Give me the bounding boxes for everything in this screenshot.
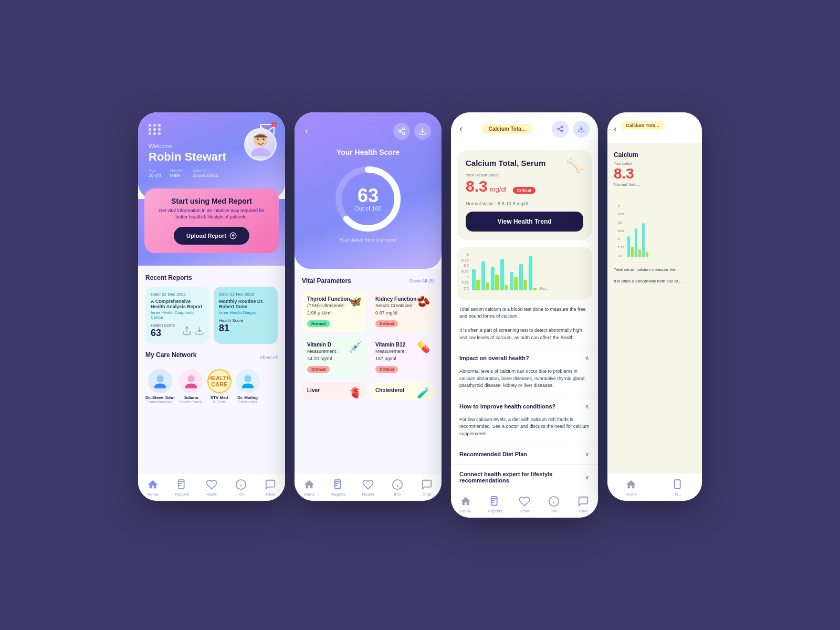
user-avatar	[244, 128, 277, 161]
nav-info-3[interactable]: Info	[539, 496, 569, 513]
p3-header: ‹ Calcium Tota...	[451, 112, 598, 143]
nav-health-3[interactable]: Health	[510, 496, 539, 513]
view-health-trend-button[interactable]: View Health Trend	[466, 212, 583, 232]
show-all-care[interactable]: Show All	[259, 355, 278, 360]
dot	[158, 128, 161, 131]
nav-home-1[interactable]: Home	[138, 479, 167, 497]
care-person-0[interactable]: Dr. Steve John Endocrinologist	[145, 369, 175, 404]
share-button-2[interactable]	[393, 123, 410, 140]
p2-header: ‹ Your Health Score 63	[295, 112, 442, 269]
svg-point-6	[156, 375, 164, 383]
share-icon[interactable]	[182, 326, 192, 335]
back-button-3[interactable]: ‹	[459, 123, 463, 134]
vital-card-kidney[interactable]: 🫘 Kidney Function Serum Creatinine : 0.6…	[370, 291, 434, 332]
care-section: My Care Network Show All Dr. Steve John …	[145, 351, 278, 404]
download-button-2[interactable]	[414, 123, 431, 140]
dot	[158, 124, 161, 127]
score-row-2: Health Score 81	[219, 318, 272, 334]
p4-chart-y: 9 8.75 8.5 8.25 8 7.75 7.5	[618, 205, 624, 257]
age-info: Age 38 yrs	[149, 168, 162, 178]
bar-teal-4	[510, 272, 513, 290]
nav-home-2[interactable]: Home	[295, 479, 324, 497]
bar-teal-2	[491, 267, 495, 290]
bar-group-4	[510, 272, 518, 290]
bar-group-1	[481, 261, 489, 290]
vitb12-status: Critical	[375, 366, 398, 373]
p4-title: Calcium	[614, 151, 696, 159]
accordion-header-impact[interactable]: Impact on overall health? ∧	[451, 348, 598, 368]
accordion-header-improve[interactable]: How to improve health conditions? ∧	[451, 396, 598, 416]
bottom-nav-2: Home Reports Health Info Chat	[295, 473, 442, 501]
nav-reports-3[interactable]: Reports	[480, 496, 510, 513]
p2-actions	[393, 123, 431, 140]
nav-chat-1[interactable]: Chat	[256, 479, 285, 497]
vital-card-thyroid[interactable]: 🦋 Thyroid Function (TSH)-Ultrasensit : 2…	[302, 291, 366, 332]
thyroid-icon: 🦋	[349, 295, 362, 308]
svg-point-26	[561, 130, 563, 132]
accordion-content-improve: For low calcium levels, a diet with calc…	[451, 416, 598, 444]
bar-group-0	[472, 269, 480, 290]
care-avatar-1	[179, 369, 203, 393]
nav-reports-4[interactable]: R...	[655, 479, 702, 497]
result-unit: mg/dl	[490, 185, 507, 193]
accordion-improve[interactable]: How to improve health conditions? ∧ For …	[451, 396, 598, 444]
accordion-diet[interactable]: Recommended Diet Plan ∨	[451, 444, 598, 464]
nav-health-2[interactable]: Health	[353, 479, 383, 497]
kidney-status: Critical	[375, 320, 398, 327]
accordion-expert[interactable]: Connect health expert for lifestyle reco…	[451, 464, 598, 490]
report-card-1[interactable]: Date: 02 Dec 2022 A Comprehensive Health…	[145, 287, 209, 344]
download-icon[interactable]	[195, 326, 204, 335]
userid-info: User ID 3356635915	[192, 168, 218, 178]
score-info-2: Health Score 81	[219, 318, 243, 334]
care-grid: Dr. Steve John Endocrinologist Juliana H…	[145, 369, 278, 404]
vital-card-vitd[interactable]: 💉 Vitamin D Measurement : <4.20 ng/ml Cr…	[302, 337, 366, 378]
svg-point-25	[558, 128, 560, 130]
dot	[149, 124, 151, 127]
share-button-3[interactable]	[552, 121, 569, 138]
bar-teal-6	[529, 256, 532, 290]
nav-info-1[interactable]: Info	[226, 479, 256, 497]
normal-value: Normal Value : 8.8-10.6 mg/dl	[466, 201, 583, 206]
svg-point-13	[403, 128, 405, 130]
nav-home-3[interactable]: Home	[451, 496, 480, 513]
download-button-3[interactable]	[573, 121, 590, 138]
calcium-chip-4: Calcium Tota...	[621, 121, 664, 130]
report-center-1: Inner Health Diagnostic Centre	[151, 310, 204, 320]
nav-reports-2[interactable]: Reports	[324, 479, 353, 497]
nav-info-2[interactable]: Info	[383, 479, 412, 497]
health-score-title: Your Health Score	[305, 148, 431, 156]
upload-report-button[interactable]: Upload Report	[174, 227, 249, 245]
report-card-2[interactable]: Date: 22 Nov 2022 Monthly Routine Dr. Ro…	[214, 287, 278, 344]
p4-desc: Total serum calcium measure the... It is…	[614, 267, 696, 285]
report-date-1: Date: 02 Dec 2022	[151, 292, 204, 297]
bar-group-5	[519, 264, 527, 290]
accordion-impact[interactable]: Impact on overall health? ∧ Abnormal lev…	[451, 348, 598, 396]
svg-point-3	[257, 139, 259, 141]
care-avatar-0	[148, 369, 172, 393]
health-chart: 9 8.75 8.5 8.25 8 7.75 7.5	[457, 247, 592, 300]
care-avatar-3	[236, 369, 260, 393]
p4-normal-label: Normal Valu...	[614, 182, 696, 187]
nav-home-4[interactable]: Home	[607, 479, 655, 497]
bar-group-2	[491, 267, 499, 290]
care-person-1[interactable]: Juliana Health Coach	[179, 369, 203, 404]
vital-card-vitb12[interactable]: 💊 Vitamin B12 Measurement : 187 pg/ml Cr…	[370, 337, 434, 378]
care-person-3[interactable]: Dr. Muling Cardiologist	[236, 369, 260, 404]
nav-reports-1[interactable]: Reports	[167, 479, 197, 497]
calcium-description: Total serum calcium is a blood test done…	[451, 306, 598, 342]
back-button-4[interactable]: ‹	[614, 124, 616, 134]
accordion-header-diet[interactable]: Recommended Diet Plan ∨	[451, 444, 598, 464]
accordion-header-expert[interactable]: Connect health expert for lifestyle reco…	[451, 465, 598, 490]
menu-dots-grid[interactable]	[149, 124, 161, 135]
vital-card-liver[interactable]: 🫀 Liver	[302, 382, 366, 400]
nav-chat-3[interactable]: Chat	[569, 496, 598, 513]
care-person-2[interactable]: HEALTHCARE STV Med B-Clinic	[207, 369, 232, 404]
nav-chat-2[interactable]: Chat	[412, 479, 442, 497]
nav-health-1[interactable]: Health	[197, 479, 226, 497]
svg-line-16	[401, 132, 403, 133]
show-all-vitals[interactable]: Show All (8)	[409, 278, 434, 284]
vital-card-cholesterol[interactable]: 🧪 Cholesterol	[370, 382, 434, 400]
back-button-2[interactable]: ‹	[305, 125, 308, 136]
svg-point-8	[244, 375, 251, 383]
phone-4: ‹ Calcium Tota... Calcium Your Latest 8.…	[607, 112, 702, 501]
